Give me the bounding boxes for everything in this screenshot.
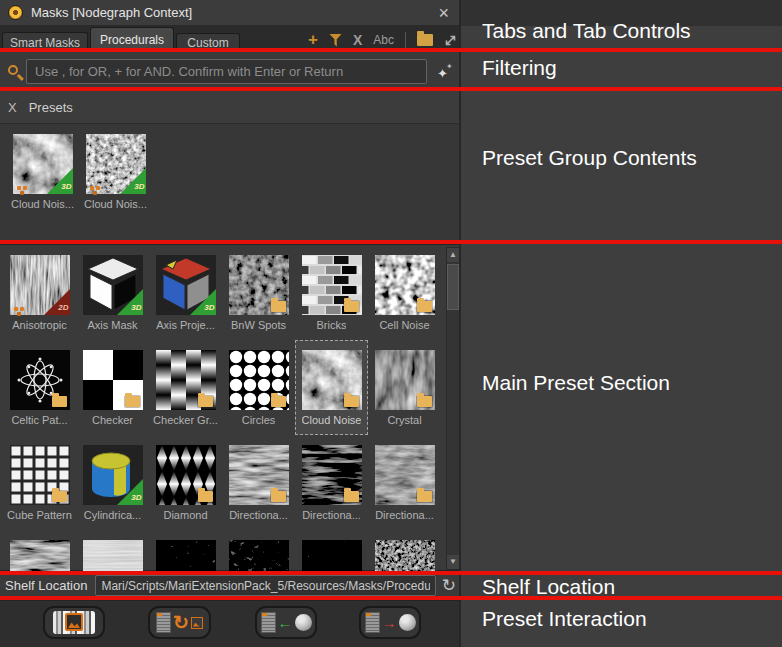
preset-item[interactable]: 3DAxis Mask [76, 245, 149, 340]
filter-input[interactable] [26, 59, 427, 84]
scrollbar[interactable]: ▲ ▼ [446, 247, 460, 570]
folder-badge-icon [52, 396, 67, 407]
preset-label: Crystal [387, 414, 421, 426]
preset-thumbnail [229, 540, 289, 572]
tab-controls: + X Abc [308, 31, 457, 49]
folder-badge-icon [52, 491, 67, 502]
green-left-arrow-icon: ← [278, 615, 293, 630]
preset-item[interactable]: 3DCylindrica... [76, 435, 149, 530]
3d-badge-icon: 3D [47, 168, 73, 194]
shelf-list-icon [261, 612, 276, 633]
preset-item[interactable]: 2DAnisotropic [3, 245, 76, 340]
3d-badge-icon: 3D [117, 479, 143, 505]
preset-item[interactable]: 3DAxis Proje... [149, 245, 222, 340]
preset-item[interactable]: Checker Gr... [149, 340, 222, 435]
preset-thumbnail [375, 540, 435, 572]
folder-badge-icon [344, 301, 359, 312]
preset-label: Axis Proje... [156, 319, 215, 331]
filter-funnel-icon[interactable] [329, 34, 342, 47]
preset-item[interactable]: Crystal [368, 340, 441, 435]
preset-thumbnail [83, 350, 143, 410]
image-badge-icon [65, 613, 83, 631]
preset-thumbnail [10, 350, 70, 410]
preset-thumbnail [302, 445, 362, 505]
annotation-preset-interaction: Preset Interaction [482, 607, 647, 631]
shelf-list-icon [156, 612, 171, 633]
2d-badge-icon: 2D [44, 289, 70, 315]
clear-filter-icon[interactable]: X [353, 32, 362, 48]
folder-badge-icon [271, 491, 286, 502]
expand-icon[interactable] [444, 34, 457, 47]
scroll-down-icon[interactable]: ▼ [447, 555, 459, 569]
preset-item[interactable]: Diamond [149, 435, 222, 530]
texture-stripes-icon [53, 611, 95, 634]
folder-badge-icon [125, 396, 140, 407]
add-tab-icon[interactable]: + [308, 32, 318, 48]
preset-item[interactable] [295, 530, 368, 572]
preset-label: Celtic Pat... [11, 414, 67, 426]
annotation-line [0, 87, 782, 91]
preset-thumbnail [83, 540, 143, 572]
preset-label: Checker Gr... [153, 414, 218, 426]
preset-thumbnail [229, 255, 289, 315]
annotation-panel: Tabs and Tab Controls Filtering Preset G… [461, 0, 782, 647]
preset-item[interactable]: Bricks [295, 245, 368, 340]
close-icon[interactable]: × [434, 6, 453, 20]
scroll-up-icon[interactable]: ▲ [447, 248, 459, 262]
preset-label: Cell Noise [379, 319, 429, 331]
preset-item[interactable]: Cell Noise [368, 245, 441, 340]
sparkle-clear-icon[interactable]: ✦ ✦ [435, 62, 455, 82]
preset-item[interactable]: 3DCloud Nois... [6, 124, 79, 219]
preset-item[interactable] [368, 530, 441, 572]
preset-item[interactable] [149, 530, 222, 572]
folder-badge-icon [271, 396, 286, 407]
abc-text-filter-icon[interactable]: Abc [373, 33, 394, 47]
preset-thumbnail [302, 540, 362, 572]
preset-thumbnail [375, 445, 435, 505]
shelf-location-input[interactable] [95, 575, 435, 596]
preset-thumbnail [10, 540, 70, 572]
preset-item[interactable]: Directiona... [222, 435, 295, 530]
load-preset-button[interactable]: ← [255, 606, 317, 639]
apply-preset-button[interactable]: → [359, 606, 421, 639]
preset-thumbnail [156, 445, 216, 505]
annotation-preset-group: Preset Group Contents [482, 146, 697, 170]
shelf-location-label: Shelf Location [5, 578, 87, 593]
create-preset-button[interactable] [43, 606, 105, 639]
preset-label: Cloud Noise [302, 414, 362, 426]
preset-item[interactable] [76, 530, 149, 572]
preset-thumbnail [10, 445, 70, 505]
preset-item[interactable] [3, 530, 76, 572]
preset-thumbnail: 2D [10, 255, 70, 315]
preset-item[interactable]: Directiona... [295, 435, 368, 530]
preset-item[interactable]: Cloud Noise [295, 340, 368, 435]
shelf-list-icon [365, 612, 380, 633]
folder-badge-icon [271, 301, 286, 312]
folder-icon[interactable] [417, 34, 433, 46]
preset-item[interactable]: 3DCloud Nois... [79, 124, 152, 219]
preset-item[interactable]: Celtic Pat... [3, 340, 76, 435]
scrollbar-thumb[interactable] [447, 264, 459, 310]
3d-badge-icon: 3D [120, 168, 146, 194]
preset-item[interactable]: Directiona... [368, 435, 441, 530]
preset-item[interactable]: Circles [222, 340, 295, 435]
preset-thumbnail [375, 350, 435, 410]
preset-item[interactable] [222, 530, 295, 572]
procedural-badge-icon [90, 186, 94, 190]
refresh-shelf-icon[interactable]: ↻ [442, 577, 456, 594]
procedural-badge-icon [14, 307, 18, 311]
preset-label: Cloud Nois... [11, 198, 74, 210]
preset-thumbnail [302, 350, 362, 410]
collapse-group-icon[interactable]: X [8, 100, 17, 115]
folder-badge-icon [344, 396, 359, 407]
preset-item[interactable]: Checker [76, 340, 149, 435]
update-preset-button[interactable]: ↻ [148, 606, 211, 639]
preset-label: Directiona... [302, 509, 361, 521]
filter-row: ✦ ✦ [0, 52, 461, 91]
folder-badge-icon [417, 301, 432, 312]
title-bar: Masks [Nodegraph Context] × [0, 0, 461, 26]
preset-interaction-row: ↻ ← → [0, 600, 461, 647]
preset-item[interactable]: Cube Pattern [3, 435, 76, 530]
preset-item[interactable]: BnW Spots [222, 245, 295, 340]
preset-label: Diamond [163, 509, 207, 521]
